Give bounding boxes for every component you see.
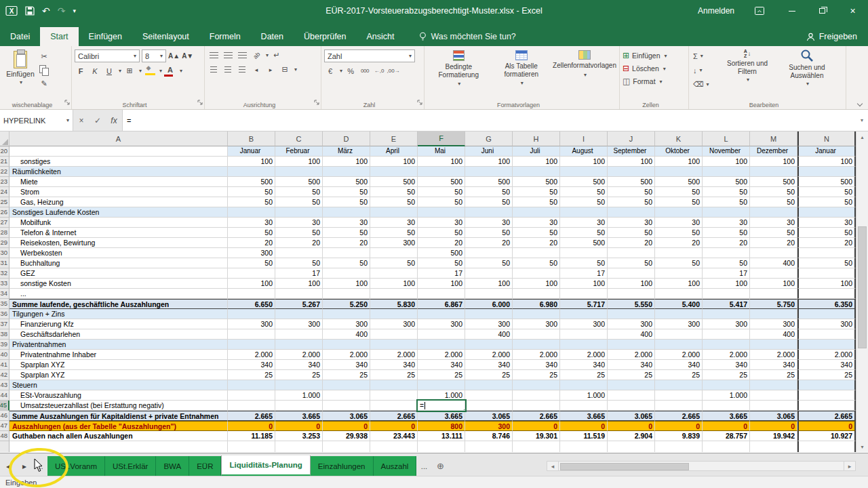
cell-M20[interactable]: Dezember bbox=[750, 146, 797, 157]
ribbon-tab-daten[interactable]: Daten bbox=[251, 27, 294, 46]
cut-icon[interactable]: ✂ bbox=[38, 51, 50, 62]
cell-J47[interactable]: 0 bbox=[608, 421, 655, 431]
cell-C47[interactable]: 0 bbox=[275, 421, 323, 431]
cell-J32[interactable] bbox=[608, 268, 655, 279]
cell-D47[interactable]: 0 bbox=[323, 421, 370, 431]
cell-E38[interactable] bbox=[370, 329, 418, 340]
cell-B22[interactable] bbox=[228, 167, 275, 177]
cell-C48[interactable]: 3.253 bbox=[275, 431, 323, 441]
column-header-M[interactable]: M bbox=[750, 131, 797, 146]
cell-B[interactable] bbox=[228, 441, 275, 452]
cell-F45[interactable]: = bbox=[418, 401, 465, 411]
cell-J24[interactable]: 50 bbox=[608, 187, 655, 197]
cell-E47[interactable]: 0 bbox=[370, 421, 418, 431]
row-header-33[interactable]: 33 bbox=[0, 279, 9, 289]
row-header-46[interactable]: 46 bbox=[0, 411, 9, 421]
cell-B33[interactable]: 100 bbox=[228, 279, 275, 289]
cell-L39[interactable] bbox=[703, 340, 750, 350]
column-header-C[interactable]: C bbox=[275, 131, 323, 146]
cell-L[interactable] bbox=[703, 441, 750, 452]
cell-C22[interactable] bbox=[275, 167, 323, 177]
cell-J26[interactable] bbox=[608, 207, 655, 218]
cell-G31[interactable]: 50 bbox=[465, 258, 513, 268]
row-header-44[interactable]: 44 bbox=[0, 390, 9, 401]
cell-J44[interactable] bbox=[608, 390, 655, 401]
cell-J43[interactable] bbox=[608, 380, 655, 390]
cell-N46[interactable]: 2.665 bbox=[797, 411, 856, 421]
cell-A27[interactable]: Mobilfunk bbox=[9, 218, 228, 228]
cell-G37[interactable]: 300 bbox=[465, 319, 513, 329]
cell-L45[interactable] bbox=[703, 401, 750, 411]
cell-G36[interactable] bbox=[465, 309, 513, 319]
cell-L47[interactable]: 0 bbox=[703, 421, 750, 431]
ribbon-tab-start[interactable]: Start bbox=[40, 27, 78, 46]
cell-C45[interactable] bbox=[275, 401, 323, 411]
cell-E28[interactable]: 50 bbox=[370, 228, 418, 238]
name-box-dropdown-icon[interactable]: ▾ bbox=[66, 117, 69, 123]
cell-G39[interactable] bbox=[465, 340, 513, 350]
cell-M41[interactable]: 340 bbox=[750, 360, 797, 370]
sheet-tab-eür[interactable]: EÜR bbox=[189, 456, 221, 476]
cell-A25[interactable]: Gas, Heizung bbox=[9, 197, 228, 207]
cell-M21[interactable]: 100 bbox=[750, 157, 797, 167]
cell-L26[interactable] bbox=[703, 207, 750, 218]
cell-H41[interactable]: 340 bbox=[513, 360, 560, 370]
row-header-37[interactable]: 37 bbox=[0, 319, 9, 329]
cell-L35[interactable]: 5.417 bbox=[703, 299, 750, 309]
cell-H38[interactable] bbox=[513, 329, 560, 340]
cell-C32[interactable]: 17 bbox=[275, 268, 323, 279]
cell-M23[interactable]: 500 bbox=[750, 177, 797, 187]
cell-C27[interactable]: 30 bbox=[275, 218, 323, 228]
cell-D37[interactable]: 300 bbox=[323, 319, 370, 329]
cell-F43[interactable] bbox=[418, 380, 465, 390]
cell-E33[interactable]: 100 bbox=[370, 279, 418, 289]
cell-N41[interactable]: 340 bbox=[797, 360, 856, 370]
format-cells-button[interactable]: ◫ Format ▾ bbox=[623, 77, 686, 86]
cell-N48[interactable]: 10.927 bbox=[797, 431, 856, 441]
undo-icon[interactable]: ↶ bbox=[42, 6, 50, 16]
cell-D38[interactable]: 400 bbox=[323, 329, 370, 340]
cell-B21[interactable]: 100 bbox=[228, 157, 275, 167]
cell-M22[interactable] bbox=[750, 167, 797, 177]
cell-E41[interactable]: 340 bbox=[370, 360, 418, 370]
cell-K26[interactable] bbox=[655, 207, 703, 218]
cell-E20[interactable]: April bbox=[370, 146, 418, 157]
cell-F34[interactable] bbox=[418, 289, 465, 299]
cell-D25[interactable]: 50 bbox=[323, 197, 370, 207]
cell-F[interactable] bbox=[418, 441, 465, 452]
cell-G32[interactable] bbox=[465, 268, 513, 279]
cell-J40[interactable]: 2.000 bbox=[608, 350, 655, 360]
row-header-42[interactable]: 42 bbox=[0, 370, 9, 380]
cell-G42[interactable]: 25 bbox=[465, 370, 513, 380]
cell-K27[interactable]: 30 bbox=[655, 218, 703, 228]
cell-M43[interactable] bbox=[750, 380, 797, 390]
minimize-button[interactable] bbox=[776, 0, 807, 22]
autosum-icon[interactable]: Σ▾ bbox=[692, 50, 712, 62]
shrink-font-icon[interactable]: A▼ bbox=[182, 52, 193, 60]
cell-G45[interactable] bbox=[465, 401, 513, 411]
cell-H47[interactable]: 0 bbox=[513, 421, 560, 431]
cell-N35[interactable]: 6.350 bbox=[797, 299, 856, 309]
align-bottom-icon[interactable] bbox=[236, 49, 248, 61]
cell-H25[interactable]: 50 bbox=[513, 197, 560, 207]
cell-E44[interactable] bbox=[370, 390, 418, 401]
cell-N43[interactable] bbox=[797, 380, 856, 390]
row-header-22[interactable]: 22 bbox=[0, 167, 9, 177]
cell-B38[interactable] bbox=[228, 329, 275, 340]
cell-J39[interactable] bbox=[608, 340, 655, 350]
cell-G43[interactable] bbox=[465, 380, 513, 390]
cell-B31[interactable]: 50 bbox=[228, 258, 275, 268]
delete-cells-button[interactable]: ⊟ Löschen ▾ bbox=[623, 64, 686, 73]
confirm-entry-icon[interactable]: ✓ bbox=[90, 116, 106, 125]
cell-K31[interactable]: 50 bbox=[655, 258, 703, 268]
cell-F35[interactable]: 6.867 bbox=[418, 299, 465, 309]
cell-B27[interactable]: 30 bbox=[228, 218, 275, 228]
fill-handle-icon[interactable] bbox=[463, 409, 465, 411]
cell-J35[interactable]: 5.550 bbox=[608, 299, 655, 309]
cell-E37[interactable]: 300 bbox=[370, 319, 418, 329]
cell-K44[interactable] bbox=[655, 390, 703, 401]
cell-N24[interactable]: 50 bbox=[797, 187, 856, 197]
cell-F23[interactable]: 500 bbox=[418, 177, 465, 187]
ribbon-tab-überprüfen[interactable]: Überprüfen bbox=[294, 27, 357, 46]
ribbon-display-options-icon[interactable] bbox=[755, 7, 764, 15]
